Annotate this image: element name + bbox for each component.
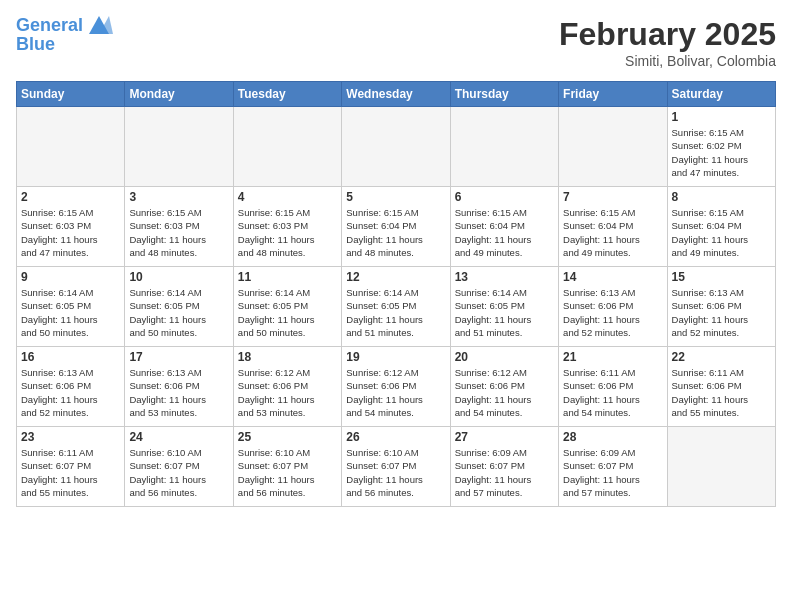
calendar-cell <box>667 427 775 507</box>
logo: General Blue <box>16 16 113 55</box>
day-info: Sunrise: 6:10 AM Sunset: 6:07 PM Dayligh… <box>129 446 228 499</box>
title-block: February 2025 Simiti, Bolivar, Colombia <box>559 16 776 69</box>
calendar-cell: 2Sunrise: 6:15 AM Sunset: 6:03 PM Daylig… <box>17 187 125 267</box>
day-header-wednesday: Wednesday <box>342 82 450 107</box>
day-info: Sunrise: 6:15 AM Sunset: 6:03 PM Dayligh… <box>238 206 337 259</box>
day-info: Sunrise: 6:13 AM Sunset: 6:06 PM Dayligh… <box>129 366 228 419</box>
day-info: Sunrise: 6:09 AM Sunset: 6:07 PM Dayligh… <box>563 446 662 499</box>
week-row-1: 1Sunrise: 6:15 AM Sunset: 6:02 PM Daylig… <box>17 107 776 187</box>
day-number: 2 <box>21 190 120 204</box>
calendar-cell: 20Sunrise: 6:12 AM Sunset: 6:06 PM Dayli… <box>450 347 558 427</box>
calendar-cell: 22Sunrise: 6:11 AM Sunset: 6:06 PM Dayli… <box>667 347 775 427</box>
calendar-cell: 1Sunrise: 6:15 AM Sunset: 6:02 PM Daylig… <box>667 107 775 187</box>
logo-blue: Blue <box>16 34 113 55</box>
day-number: 17 <box>129 350 228 364</box>
day-info: Sunrise: 6:15 AM Sunset: 6:02 PM Dayligh… <box>672 126 771 179</box>
day-number: 19 <box>346 350 445 364</box>
calendar-cell: 4Sunrise: 6:15 AM Sunset: 6:03 PM Daylig… <box>233 187 341 267</box>
day-number: 15 <box>672 270 771 284</box>
day-info: Sunrise: 6:14 AM Sunset: 6:05 PM Dayligh… <box>346 286 445 339</box>
calendar-cell <box>450 107 558 187</box>
day-info: Sunrise: 6:11 AM Sunset: 6:06 PM Dayligh… <box>672 366 771 419</box>
day-number: 11 <box>238 270 337 284</box>
day-number: 4 <box>238 190 337 204</box>
calendar-cell: 28Sunrise: 6:09 AM Sunset: 6:07 PM Dayli… <box>559 427 667 507</box>
day-number: 6 <box>455 190 554 204</box>
day-number: 24 <box>129 430 228 444</box>
week-row-4: 16Sunrise: 6:13 AM Sunset: 6:06 PM Dayli… <box>17 347 776 427</box>
logo-text: General <box>16 16 83 36</box>
day-info: Sunrise: 6:11 AM Sunset: 6:07 PM Dayligh… <box>21 446 120 499</box>
day-number: 25 <box>238 430 337 444</box>
day-number: 7 <box>563 190 662 204</box>
day-number: 21 <box>563 350 662 364</box>
calendar-cell: 9Sunrise: 6:14 AM Sunset: 6:05 PM Daylig… <box>17 267 125 347</box>
calendar-cell: 12Sunrise: 6:14 AM Sunset: 6:05 PM Dayli… <box>342 267 450 347</box>
calendar-cell <box>17 107 125 187</box>
calendar-cell: 19Sunrise: 6:12 AM Sunset: 6:06 PM Dayli… <box>342 347 450 427</box>
calendar-cell: 24Sunrise: 6:10 AM Sunset: 6:07 PM Dayli… <box>125 427 233 507</box>
calendar-cell: 17Sunrise: 6:13 AM Sunset: 6:06 PM Dayli… <box>125 347 233 427</box>
calendar-cell: 25Sunrise: 6:10 AM Sunset: 6:07 PM Dayli… <box>233 427 341 507</box>
calendar-cell <box>233 107 341 187</box>
day-info: Sunrise: 6:09 AM Sunset: 6:07 PM Dayligh… <box>455 446 554 499</box>
day-info: Sunrise: 6:14 AM Sunset: 6:05 PM Dayligh… <box>21 286 120 339</box>
calendar-cell: 5Sunrise: 6:15 AM Sunset: 6:04 PM Daylig… <box>342 187 450 267</box>
calendar-cell: 15Sunrise: 6:13 AM Sunset: 6:06 PM Dayli… <box>667 267 775 347</box>
day-number: 26 <box>346 430 445 444</box>
day-info: Sunrise: 6:10 AM Sunset: 6:07 PM Dayligh… <box>238 446 337 499</box>
day-info: Sunrise: 6:12 AM Sunset: 6:06 PM Dayligh… <box>455 366 554 419</box>
day-header-tuesday: Tuesday <box>233 82 341 107</box>
calendar-cell: 16Sunrise: 6:13 AM Sunset: 6:06 PM Dayli… <box>17 347 125 427</box>
page-header: General Blue February 2025 Simiti, Boliv… <box>16 16 776 69</box>
day-info: Sunrise: 6:11 AM Sunset: 6:06 PM Dayligh… <box>563 366 662 419</box>
day-number: 28 <box>563 430 662 444</box>
calendar-cell: 10Sunrise: 6:14 AM Sunset: 6:05 PM Dayli… <box>125 267 233 347</box>
day-number: 23 <box>21 430 120 444</box>
day-info: Sunrise: 6:10 AM Sunset: 6:07 PM Dayligh… <box>346 446 445 499</box>
day-info: Sunrise: 6:14 AM Sunset: 6:05 PM Dayligh… <box>129 286 228 339</box>
day-number: 3 <box>129 190 228 204</box>
day-number: 9 <box>21 270 120 284</box>
calendar-cell: 3Sunrise: 6:15 AM Sunset: 6:03 PM Daylig… <box>125 187 233 267</box>
day-info: Sunrise: 6:14 AM Sunset: 6:05 PM Dayligh… <box>238 286 337 339</box>
calendar-cell: 23Sunrise: 6:11 AM Sunset: 6:07 PM Dayli… <box>17 427 125 507</box>
calendar-cell: 8Sunrise: 6:15 AM Sunset: 6:04 PM Daylig… <box>667 187 775 267</box>
calendar-cell: 11Sunrise: 6:14 AM Sunset: 6:05 PM Dayli… <box>233 267 341 347</box>
day-number: 8 <box>672 190 771 204</box>
header-row: SundayMondayTuesdayWednesdayThursdayFrid… <box>17 82 776 107</box>
day-number: 27 <box>455 430 554 444</box>
calendar-cell: 14Sunrise: 6:13 AM Sunset: 6:06 PM Dayli… <box>559 267 667 347</box>
day-header-friday: Friday <box>559 82 667 107</box>
day-info: Sunrise: 6:15 AM Sunset: 6:04 PM Dayligh… <box>346 206 445 259</box>
day-number: 14 <box>563 270 662 284</box>
calendar-cell: 21Sunrise: 6:11 AM Sunset: 6:06 PM Dayli… <box>559 347 667 427</box>
logo-icon <box>85 14 113 36</box>
day-info: Sunrise: 6:12 AM Sunset: 6:06 PM Dayligh… <box>346 366 445 419</box>
calendar-cell <box>125 107 233 187</box>
day-header-thursday: Thursday <box>450 82 558 107</box>
week-row-5: 23Sunrise: 6:11 AM Sunset: 6:07 PM Dayli… <box>17 427 776 507</box>
day-info: Sunrise: 6:13 AM Sunset: 6:06 PM Dayligh… <box>21 366 120 419</box>
day-header-monday: Monday <box>125 82 233 107</box>
day-info: Sunrise: 6:15 AM Sunset: 6:04 PM Dayligh… <box>672 206 771 259</box>
day-number: 13 <box>455 270 554 284</box>
calendar-cell: 6Sunrise: 6:15 AM Sunset: 6:04 PM Daylig… <box>450 187 558 267</box>
day-number: 10 <box>129 270 228 284</box>
day-info: Sunrise: 6:12 AM Sunset: 6:06 PM Dayligh… <box>238 366 337 419</box>
day-header-saturday: Saturday <box>667 82 775 107</box>
day-number: 5 <box>346 190 445 204</box>
day-info: Sunrise: 6:13 AM Sunset: 6:06 PM Dayligh… <box>672 286 771 339</box>
calendar-cell <box>342 107 450 187</box>
calendar-cell: 18Sunrise: 6:12 AM Sunset: 6:06 PM Dayli… <box>233 347 341 427</box>
week-row-2: 2Sunrise: 6:15 AM Sunset: 6:03 PM Daylig… <box>17 187 776 267</box>
day-header-sunday: Sunday <box>17 82 125 107</box>
calendar-table: SundayMondayTuesdayWednesdayThursdayFrid… <box>16 81 776 507</box>
day-number: 22 <box>672 350 771 364</box>
day-info: Sunrise: 6:13 AM Sunset: 6:06 PM Dayligh… <box>563 286 662 339</box>
day-number: 16 <box>21 350 120 364</box>
day-number: 20 <box>455 350 554 364</box>
calendar-cell: 7Sunrise: 6:15 AM Sunset: 6:04 PM Daylig… <box>559 187 667 267</box>
day-info: Sunrise: 6:14 AM Sunset: 6:05 PM Dayligh… <box>455 286 554 339</box>
calendar-cell: 27Sunrise: 6:09 AM Sunset: 6:07 PM Dayli… <box>450 427 558 507</box>
